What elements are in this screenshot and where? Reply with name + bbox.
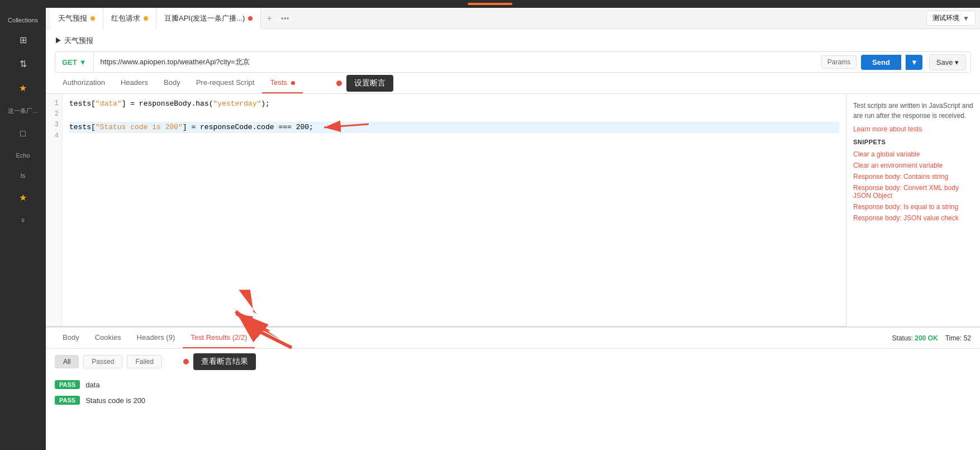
tabs-bar: 天气预报 红包请求 豆瓣API(发送一条广播...) + ••• 测试环境 ▼ xyxy=(46,8,980,29)
test-results-list: PASS data PASS Status code is 200 xyxy=(46,375,980,410)
time-value: 52 xyxy=(964,334,971,342)
tab-douban[interactable]: 豆瓣API(发送一条广播...) xyxy=(156,8,261,29)
request-section: ▶ 天气预报 GET ▼ Params Send ▼ Save ▾ xyxy=(46,29,980,73)
annotation-dot-1 xyxy=(336,80,342,86)
sidebar: Collections ⊞ ⇅ ★ 送一条厂... □ Echo ts ★ s xyxy=(0,8,46,450)
test-result-label-2: Status code is 200 xyxy=(85,396,145,405)
env-arrow-icon: ▼ xyxy=(963,15,969,22)
snippet-body-xml[interactable]: Response body: Convert XML body JSON Obj… xyxy=(853,182,973,201)
env-selector[interactable]: 测试环境 ▼ xyxy=(926,11,976,26)
filter-passed[interactable]: Passed xyxy=(83,355,122,368)
response-tab-cookies[interactable]: Cookies xyxy=(87,328,129,348)
sidebar-collections-label[interactable]: Collections xyxy=(6,12,40,28)
tab-tianqi[interactable]: 天气预报 xyxy=(50,8,103,29)
sub-tabs: Authorization Headers Body Pre-request S… xyxy=(46,73,980,94)
method-selector[interactable]: GET ▼ xyxy=(55,52,94,72)
code-editor: 1 2 3 4 tests["data"] = responseBody.has… xyxy=(46,94,846,326)
code-line-4 xyxy=(69,133,839,145)
editor-area: 1 2 3 4 tests["data"] = responseBody.has… xyxy=(46,94,980,327)
snippet-body-equal[interactable]: Response body: Is equal to a string xyxy=(853,201,973,212)
env-selector-area: 测试环境 ▼ xyxy=(926,11,976,26)
save-button[interactable]: Save ▾ xyxy=(929,54,966,70)
test-result-1: PASS data xyxy=(55,377,971,392)
method-arrow-icon: ▼ xyxy=(79,58,87,67)
code-content[interactable]: tests["data"] = responseBody.has("yester… xyxy=(63,94,846,326)
line-numbers: 1 2 3 4 xyxy=(46,94,63,326)
snippet-body-contains[interactable]: Response body: Contains string xyxy=(853,171,973,182)
loading-bar xyxy=(468,3,512,5)
response-section: Body Cookies Headers (9) Test Results (2… xyxy=(46,327,980,450)
tab-dot-douban xyxy=(248,16,253,21)
tab-dot-hongbao xyxy=(144,16,148,21)
tab-tests[interactable]: Tests xyxy=(262,73,303,93)
response-tab-body[interactable]: Body xyxy=(55,328,87,348)
echo-label[interactable]: Echo xyxy=(0,145,46,165)
sort-icon[interactable]: ⇅ xyxy=(0,52,46,76)
star-icon-2[interactable]: ★ xyxy=(0,186,46,210)
code-line-3: tests["Status code is 200"] = responseCo… xyxy=(69,122,839,134)
snippets-info: Test scripts are written in JavaScript a… xyxy=(853,101,973,121)
send-label[interactable]: 送一条厂... xyxy=(0,100,46,122)
url-bar: GET ▼ Params Send ▼ Save ▾ xyxy=(55,51,971,73)
tab-more-button[interactable]: ••• xyxy=(278,14,293,23)
star-icon-1[interactable]: ★ xyxy=(0,76,46,100)
response-tab-test-results[interactable]: Test Results (2/2) xyxy=(183,328,255,348)
test-result-2: PASS Status code is 200 xyxy=(55,392,971,408)
main-content: 天气预报 红包请求 豆瓣API(发送一条广播...) + ••• 测试环境 ▼ xyxy=(46,8,980,450)
snippet-body-json[interactable]: Response body: JSON value check xyxy=(853,212,973,224)
tab-add-button[interactable]: + xyxy=(261,13,277,23)
params-button[interactable]: Params xyxy=(821,55,857,69)
annotation-chakan: 查看断言结果 xyxy=(183,353,256,370)
url-input[interactable] xyxy=(94,52,817,72)
code-line-1: tests["data"] = responseBody.has("yester… xyxy=(69,98,839,110)
tab-headers[interactable]: Headers xyxy=(113,73,156,93)
code-line-2 xyxy=(69,110,839,122)
response-tabs: Body Cookies Headers (9) Test Results (2… xyxy=(46,328,980,349)
response-tab-headers[interactable]: Headers (9) xyxy=(129,328,183,348)
tab-dot-tianqi xyxy=(91,16,95,21)
tests-dot xyxy=(291,81,295,85)
s-label: s xyxy=(0,210,46,230)
status-ok-value: 200 OK xyxy=(915,334,938,342)
annotation-shezhi: 设置断言 xyxy=(336,75,393,92)
snippets-panel: Test scripts are written in JavaScript a… xyxy=(846,94,980,326)
url-bar-actions: Params Send ▼ Save ▾ xyxy=(817,54,971,70)
snippets-title: SNIPPETS xyxy=(853,139,973,145)
new-collection-icon[interactable]: ⊞ xyxy=(0,28,46,52)
send-dropdown-button[interactable]: ▼ xyxy=(906,55,922,70)
breadcrumb-text: ▶ 天气预报 xyxy=(55,36,93,46)
snippets-learn-more[interactable]: Learn more about tests xyxy=(853,125,973,133)
env-label: 测试环境 xyxy=(933,13,959,23)
snippet-clear-env[interactable]: Clear an environment variable xyxy=(853,160,973,171)
breadcrumb: ▶ 天气预报 xyxy=(55,36,971,51)
pass-badge-2: PASS xyxy=(55,396,80,405)
annotation-tooltip-1: 设置断言 xyxy=(346,75,393,92)
tab-hongbao[interactable]: 红包请求 xyxy=(103,8,156,29)
box-icon[interactable]: □ xyxy=(0,122,46,145)
tab-prerequest[interactable]: Pre-request Script xyxy=(188,73,263,93)
snippet-clear-global[interactable]: Clear a global variable xyxy=(853,149,973,160)
method-label: GET xyxy=(62,58,77,67)
tab-body[interactable]: Body xyxy=(156,73,188,93)
filter-all[interactable]: All xyxy=(55,355,79,368)
test-result-label-1: data xyxy=(85,381,99,389)
filter-row: All Passed Failed 查看断言结果 xyxy=(46,349,980,375)
send-button[interactable]: Send xyxy=(861,55,901,70)
annotation-dot-2 xyxy=(183,359,189,364)
ts-label: ts xyxy=(0,165,46,186)
filter-failed[interactable]: Failed xyxy=(127,355,162,368)
response-status-bar: Status: 200 OK Time: 52 xyxy=(892,334,971,342)
annotation-tooltip-2: 查看断言结果 xyxy=(193,353,256,370)
pass-badge-1: PASS xyxy=(55,380,80,389)
tab-authorization[interactable]: Authorization xyxy=(55,73,113,93)
